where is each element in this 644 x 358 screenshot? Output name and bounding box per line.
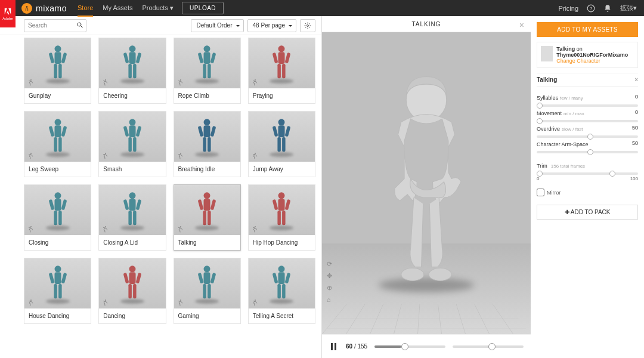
svg-rect-79 <box>210 199 216 210</box>
topbar-right: Pricing ? 拡張▾ <box>558 4 637 13</box>
svg-rect-81 <box>208 211 211 225</box>
pause-icon <box>331 343 337 350</box>
animation-card[interactable]: Praying <box>248 38 315 104</box>
svg-rect-98 <box>129 272 135 284</box>
svg-point-82 <box>180 226 181 227</box>
svg-rect-108 <box>203 284 207 298</box>
animation-card[interactable]: Rope Climb <box>174 38 241 104</box>
search-icon[interactable] <box>76 21 83 29</box>
svg-rect-74 <box>133 211 137 225</box>
card-thumb <box>99 38 165 88</box>
svg-rect-59 <box>278 137 281 152</box>
animation-card[interactable]: Gunplay <box>24 38 91 104</box>
svg-rect-15 <box>123 53 129 63</box>
svg-rect-28 <box>278 52 285 64</box>
svg-rect-32 <box>282 64 286 78</box>
animation-card[interactable]: Jump Away <box>248 111 315 177</box>
help-icon[interactable]: ? <box>587 4 595 13</box>
svg-rect-122 <box>335 343 336 350</box>
svg-rect-70 <box>129 199 135 211</box>
card-thumb <box>249 258 315 308</box>
timeline-scrubber[interactable] <box>374 345 445 348</box>
svg-point-62 <box>54 192 61 199</box>
nav-my-assets[interactable]: My Assets <box>103 0 132 17</box>
pause-button[interactable] <box>329 342 339 351</box>
svg-rect-116 <box>282 284 286 298</box>
svg-point-47 <box>105 153 106 154</box>
card-thumb <box>99 112 165 162</box>
adobe-tab[interactable]: Adobe <box>0 0 16 27</box>
param-slider[interactable] <box>537 120 638 122</box>
settings-button[interactable] <box>300 19 315 32</box>
svg-point-12 <box>30 79 32 81</box>
svg-point-19 <box>105 79 106 81</box>
bell-icon[interactable] <box>603 4 612 13</box>
change-character-link[interactable]: Change Character <box>556 58 634 64</box>
topbar: mixamo Store My Assets Products ▾ UPLOAD… <box>0 0 644 16</box>
svg-rect-80 <box>203 211 207 225</box>
svg-rect-22 <box>198 53 204 63</box>
add-to-assets-button[interactable]: ADD TO MY ASSETS <box>537 22 638 37</box>
svg-rect-109 <box>208 284 211 298</box>
svg-rect-67 <box>58 211 62 225</box>
animation-card[interactable]: Breathing Idle <box>174 111 241 177</box>
animation-card[interactable]: Gaming <box>174 258 241 324</box>
add-to-pack-button[interactable]: ✚ ADD TO PACK <box>537 205 638 220</box>
svg-rect-71 <box>123 199 129 210</box>
svg-rect-18 <box>133 64 137 78</box>
nav-products[interactable]: Products ▾ <box>142 0 173 17</box>
trim-slider[interactable] <box>537 172 638 175</box>
svg-rect-21 <box>204 52 210 64</box>
svg-rect-86 <box>285 199 291 210</box>
param-slider[interactable] <box>537 151 638 153</box>
card-thumb <box>24 38 91 88</box>
svg-rect-77 <box>204 199 210 211</box>
viewport-3d[interactable]: ⟳ ✥ ⊕ ⌂ <box>322 32 531 334</box>
animation-card[interactable]: Talking <box>174 184 241 251</box>
param-slider[interactable] <box>537 135 638 138</box>
svg-rect-14 <box>129 52 135 64</box>
zoom-icon[interactable]: ⊕ <box>327 284 335 292</box>
browse-panel: Default Order 48 Per page GunplayCheerin… <box>0 16 322 358</box>
svg-rect-53 <box>208 137 211 152</box>
reset-icon[interactable]: ⌂ <box>327 296 335 304</box>
svg-rect-50 <box>198 126 204 137</box>
mirror-checkbox[interactable]: Mirror <box>537 189 638 196</box>
grid-scroll[interactable]: GunplayCheeringRope ClimbPrayingLeg Swee… <box>0 35 321 358</box>
svg-rect-45 <box>128 137 132 152</box>
sort-order-select[interactable]: Default Order <box>191 19 243 32</box>
caret-down-icon: ▾ <box>170 4 174 11</box>
svg-point-90 <box>54 266 61 272</box>
params-close-icon[interactable]: × <box>634 76 638 83</box>
param-slider[interactable] <box>537 104 638 107</box>
upload-button[interactable]: UPLOAD <box>182 2 224 14</box>
user-menu[interactable]: 拡張▾ <box>620 4 637 13</box>
card-thumb <box>174 185 240 235</box>
svg-rect-73 <box>128 211 132 225</box>
animation-card[interactable]: Hip Hop Dancing <box>248 184 315 251</box>
pan-icon[interactable]: ✥ <box>327 272 335 280</box>
animation-card[interactable]: Cheering <box>98 38 166 104</box>
svg-point-97 <box>129 266 135 272</box>
svg-rect-105 <box>204 272 210 284</box>
per-page-select[interactable]: 48 Per page <box>247 19 297 32</box>
svg-rect-114 <box>285 273 291 283</box>
speed-slider[interactable] <box>453 345 524 348</box>
view-tools: ⟳ ✥ ⊕ ⌂ <box>327 260 335 304</box>
nav-pricing[interactable]: Pricing <box>558 5 578 12</box>
animation-card[interactable]: Leg Sweep <box>24 111 91 177</box>
nav-store[interactable]: Store <box>78 0 93 17</box>
animation-card[interactable]: Smash <box>98 111 166 177</box>
animation-card[interactable]: Dancing <box>98 258 166 324</box>
svg-rect-91 <box>54 272 61 284</box>
animation-card[interactable]: Closing A Lid <box>98 184 166 251</box>
orbit-icon[interactable]: ⟳ <box>327 260 335 268</box>
viewer-panel: TALKING × ⟳ ✥ ⊕ <box>322 16 531 358</box>
logo-text: mixamo <box>36 4 67 13</box>
animation-card[interactable]: Closing <box>24 184 91 251</box>
animation-card[interactable]: Telling A Secret <box>248 258 315 324</box>
viewer-close-icon[interactable]: × <box>519 20 525 30</box>
card-label: Cheering <box>99 88 165 103</box>
animation-card[interactable]: House Dancing <box>24 258 91 324</box>
svg-rect-9 <box>61 53 67 63</box>
